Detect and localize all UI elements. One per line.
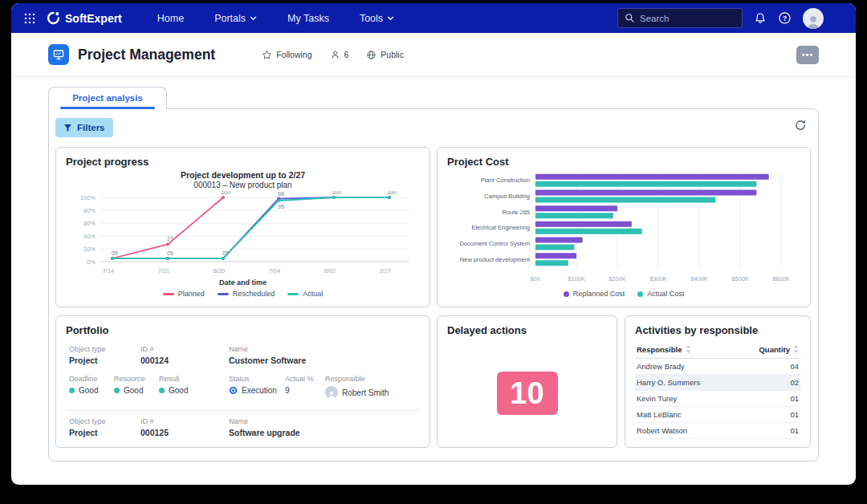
legend-swatch [564,291,569,297]
svg-text:Route 265: Route 265 [502,209,530,216]
main-menu: Home Portals My Tasks Tools [157,13,394,24]
table-row[interactable]: Matt LeBlanc01 [635,407,800,423]
page-header: Project Management Following 6 [11,33,856,77]
svg-text:98: 98 [278,191,284,197]
card-title: Project Cost [438,148,810,168]
svg-text:100: 100 [332,191,341,195]
funnel-icon [63,124,72,132]
top-nav: SoftExpert Home Portals My Tasks Tools [11,3,856,33]
svg-text:Campus Building: Campus Building [484,193,530,200]
svg-text:Plant Construction: Plant Construction [481,177,530,184]
table-header-row: Responsible Quantity [635,342,800,359]
table-row[interactable]: Kevin Turey01 [635,391,800,407]
project-management-icon [48,44,69,65]
svg-text:8/02: 8/02 [324,267,336,274]
svg-text:$400K: $400K [690,275,708,282]
svg-text:8/20: 8/20 [214,267,226,274]
user-avatar[interactable] [803,8,824,29]
nav-item-home[interactable]: Home [157,13,184,24]
notifications-button[interactable] [754,12,767,25]
quantity-cell: 04 [735,359,800,375]
svg-text:95: 95 [278,204,284,209]
sort-icon [793,345,799,353]
refresh-button[interactable] [794,119,807,132]
svg-text:0%: 0% [87,258,96,266]
svg-text:$200K: $200K [609,275,626,282]
visibility-badge[interactable]: Public [366,50,404,60]
delayed-actions-card: Delayed actions 10 [437,315,617,448]
search-input[interactable] [640,14,735,23]
page-meta: Following 6 Public [262,50,404,60]
filters-button[interactable]: Filters [55,118,113,137]
table-row[interactable]: Harry O. Summers02 [635,375,800,391]
responsible-cell: Andrew Brady [635,359,735,375]
responsible-avatar [325,386,338,399]
responsible-cell: Robert Watson [635,423,735,439]
nav-item-portals[interactable]: Portals [214,13,257,24]
svg-text:Electrical Engineering: Electrical Engineering [471,224,530,231]
question-icon: ? [778,11,792,25]
svg-text:$300K: $300K [649,275,667,282]
table-row[interactable]: Robert Watson01 [635,423,800,439]
search-box[interactable] [617,8,743,28]
chart-title: Project development up to 2/27 [56,170,429,180]
column-responsible[interactable]: Responsible [635,342,735,359]
person-icon [327,390,336,399]
svg-text:27: 27 [167,236,173,242]
legend-item-planned: Planned [163,290,205,298]
legend-item-actual: Actual [287,290,323,298]
svg-text:$100K: $100K [568,275,585,282]
nav-item-tools[interactable]: Tools [360,13,394,24]
following-button[interactable]: Following [262,50,311,60]
nav-item-my-tasks[interactable]: My Tasks [287,13,329,24]
delayed-actions-count: 10 [497,372,558,415]
svg-text:$600K: $600K [772,275,790,282]
table-row[interactable]: Andrew Brady04 [635,359,800,375]
cost-bar-chart: $0K$100K$200K$300K$400K$500K$600KPlant C… [446,169,802,287]
more-options-button[interactable]: ••• [796,46,819,64]
activities-card: Activities by responsible Responsible Qu… [625,315,811,448]
card-title: Delayed actions [438,316,617,336]
x-axis-title: Date and time [56,278,429,287]
svg-text:7/21: 7/21 [158,267,170,274]
quantity-cell: 01 [735,391,800,407]
members-count[interactable]: 6 [330,50,349,60]
svg-text:$0K: $0K [530,275,540,282]
quantity-cell: 01 [735,423,800,439]
status-execution-icon [229,386,238,395]
progress-line-chart: 0%20%40%60%80%100%7/147/218/207/048/022/… [66,191,420,278]
status-dot [69,388,75,393]
svg-text:7/04: 7/04 [269,267,281,274]
search-icon [625,13,635,23]
sort-icon [686,345,691,353]
brand-name: SoftExpert [65,12,122,25]
chevron-down-icon [250,16,257,21]
person-icon [330,50,340,60]
help-button[interactable]: ? [778,11,792,25]
legend-item-rescheduled: Rescheduled [218,290,275,298]
activities-table: Responsible Quantity Andrew Brady04Harry… [635,342,800,439]
brand-logo[interactable]: SoftExpert [47,11,122,25]
person-icon [805,14,821,29]
svg-text:100: 100 [387,191,397,195]
app-grid-icon[interactable] [24,13,35,24]
chart-subtitle: 000013 – New product plan [56,181,429,189]
tab-bar: Project analysis [48,87,819,109]
nav-left: SoftExpert Home Portals My Tasks Tools [24,11,394,25]
legend-swatch [287,293,299,295]
svg-text:05: 05 [112,250,118,256]
column-quantity[interactable]: Quantity [735,342,800,359]
legend-item-replanned-cost: Replanned Cost [564,290,625,298]
tab-project-analysis[interactable]: Project analysis [48,87,167,109]
svg-text:20%: 20% [83,246,96,253]
softexpert-logo-icon [47,11,60,25]
card-title: Project progress [56,148,429,168]
project-cost-card: Project Cost $0K$100K$200K$300K$400K$500… [437,147,811,307]
svg-text:New product development: New product development [460,256,531,263]
portfolio-card: Portfolio Object typeProject ID #000124 … [55,315,430,448]
svg-text:Document Control System: Document Control System [459,240,530,247]
legend-item-actual-cost: Actual Cost [637,290,684,298]
legend-swatch [163,293,174,295]
legend-swatch [218,293,229,295]
portfolio-record-1-identity: Object typeProject ID #000124 NameCustom… [69,345,306,365]
